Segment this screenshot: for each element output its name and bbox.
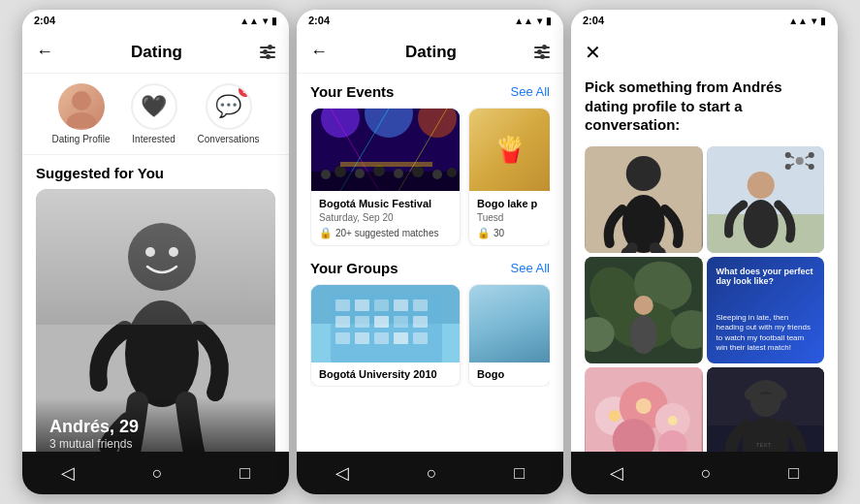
battery-icon: ▮ xyxy=(271,16,277,26)
page-title-1: Dating xyxy=(53,43,260,62)
svg-point-66 xyxy=(634,296,653,315)
profile-avatar-icon xyxy=(60,85,103,128)
group-2-name: Bogo xyxy=(477,368,542,380)
photo-question-cell[interactable]: What does your perfect day look like? Sl… xyxy=(707,257,825,363)
signal-icon-3: ▲▲ xyxy=(788,16,808,26)
time-2: 2:04 xyxy=(308,15,330,26)
bottom-nav-1: ◁ ○ □ xyxy=(22,452,289,494)
event-1-matches: 🔒 20+ suggested matches xyxy=(319,227,452,239)
svg-rect-31 xyxy=(394,299,408,311)
svg-rect-28 xyxy=(335,299,350,311)
suggested-section-title: Suggested for You xyxy=(22,155,289,189)
settings-icon-2[interactable] xyxy=(534,47,550,58)
photo-cell-6[interactable]: TEXT xyxy=(707,367,825,453)
svg-point-1 xyxy=(67,112,96,128)
event-card-1[interactable]: Bogotá Music Festival Saturday, Sep 20 🔒… xyxy=(310,108,461,246)
event-2-body: Bogo lake p Tuesd 🔒 30 xyxy=(469,191,550,245)
photo-person-dark-svg: TEXT xyxy=(707,367,825,453)
dating-profile-label: Dating Profile xyxy=(52,134,111,144)
building-svg-1 xyxy=(311,285,461,362)
recents-nav-button-1[interactable]: □ xyxy=(239,463,250,484)
close-button[interactable]: ✕ xyxy=(585,41,601,64)
slider-line-1 xyxy=(260,47,275,48)
back-nav-button-3[interactable]: ◁ xyxy=(610,462,623,484)
bottom-nav-3: ◁ ○ □ xyxy=(571,452,838,494)
conversations-label: Conversations xyxy=(198,134,260,144)
conversations-button[interactable]: 💬 3 Conversations xyxy=(198,83,260,144)
svg-text:TEXT: TEXT xyxy=(755,442,771,448)
svg-rect-29 xyxy=(355,299,369,311)
see-all-groups-button[interactable]: See All xyxy=(511,261,550,275)
time-3: 2:04 xyxy=(583,15,604,26)
phone-1: 2:04 ▲▲ ▾ ▮ ← Dating Dating Profile 🖤 xyxy=(22,10,289,494)
slider-line-2-3 xyxy=(534,56,550,58)
svg-rect-7 xyxy=(36,189,275,325)
events-section: Your Events See All xyxy=(297,74,563,252)
group-image-1 xyxy=(311,285,460,362)
signal-icon: ▲▲ xyxy=(239,16,259,26)
back-nav-button-2[interactable]: ◁ xyxy=(335,462,349,484)
group-card-1[interactable]: Bogotá University 2010 xyxy=(310,284,461,387)
battery-icon-3: ▮ xyxy=(820,16,826,26)
profile-card-info: Andrés, 29 3 mutual friends xyxy=(36,397,275,452)
quick-nav-row: Dating Profile 🖤 Interested 💬 3 Conversa… xyxy=(22,74,289,155)
svg-rect-36 xyxy=(394,316,408,328)
groups-section: Your Groups See All xyxy=(297,252,563,394)
chat-bubble-icon: 💬 xyxy=(215,94,241,119)
svg-point-75 xyxy=(609,410,621,422)
see-all-events-button[interactable]: See All xyxy=(511,84,550,99)
svg-rect-33 xyxy=(335,316,350,328)
dating-profile-button[interactable]: Dating Profile xyxy=(52,83,111,144)
home-nav-button-3[interactable]: ○ xyxy=(701,463,712,484)
event-1-body: Bogotá Music Festival Saturday, Sep 20 🔒… xyxy=(311,191,460,245)
photo-cell-1[interactable] xyxy=(585,146,703,253)
group-2-body: Bogo xyxy=(469,362,550,386)
profile-mutual: 3 mutual friends xyxy=(49,437,262,451)
event-card-2[interactable]: 🍟 Bogo lake p Tuesd 🔒 30 xyxy=(468,108,550,246)
event-cards-row: Bogotá Music Festival Saturday, Sep 20 🔒… xyxy=(310,108,550,246)
question-text: What does your perfect day look like? xyxy=(717,267,815,286)
lock-icon-2: 🔒 xyxy=(477,227,491,239)
svg-point-74 xyxy=(636,398,652,414)
nav-bar-1: ← Dating xyxy=(22,31,289,74)
interested-button[interactable]: 🖤 Interested xyxy=(131,83,177,144)
back-button-1[interactable]: ← xyxy=(36,42,53,62)
profile-pic-circle xyxy=(58,83,105,130)
recents-nav-button-3[interactable]: □ xyxy=(788,463,799,484)
svg-point-16 xyxy=(321,170,331,179)
time-1: 2:04 xyxy=(34,15,55,26)
chat-circle: 💬 3 xyxy=(206,83,252,130)
nav-bar-2: ← Dating xyxy=(297,31,563,74)
group-card-2[interactable]: Bogo xyxy=(468,284,550,387)
groups-title: Your Groups xyxy=(310,260,398,276)
event-2-date: Tuesd xyxy=(477,212,542,223)
profile-card[interactable]: Andrés, 29 3 mutual friends xyxy=(36,189,275,452)
concert-image-svg xyxy=(311,109,460,191)
event-image-concert xyxy=(311,109,460,191)
pick-conversation-text: Pick something from Andrés dating profil… xyxy=(571,74,838,146)
svg-rect-24 xyxy=(340,162,432,167)
svg-point-76 xyxy=(668,416,678,425)
wifi-icon-2: ▾ xyxy=(537,16,542,26)
close-bar: ✕ xyxy=(571,31,838,74)
event-1-matches-text: 20+ suggested matches xyxy=(335,228,438,238)
event-2-matches: 🔒 30 xyxy=(477,227,542,239)
photo-flowers-svg xyxy=(585,367,703,453)
back-button-2[interactable]: ← xyxy=(310,42,328,62)
svg-rect-32 xyxy=(413,299,428,311)
svg-point-49 xyxy=(747,172,774,199)
photo-cell-2[interactable] xyxy=(707,146,825,253)
event-2-name: Bogo lake p xyxy=(477,197,542,210)
home-nav-button-2[interactable]: ○ xyxy=(427,463,437,484)
photo-cell-5[interactable] xyxy=(585,367,703,453)
svg-point-20 xyxy=(394,169,403,178)
settings-icon-1[interactable] xyxy=(260,47,275,58)
page-title-2: Dating xyxy=(328,43,534,62)
status-bar-1: 2:04 ▲▲ ▾ ▮ xyxy=(22,10,289,31)
photo-cell-3[interactable] xyxy=(585,257,703,363)
recents-nav-button-2[interactable]: □ xyxy=(514,463,525,484)
slider-line-3 xyxy=(260,56,275,58)
home-nav-button-1[interactable]: ○ xyxy=(152,463,163,484)
heart-circle: 🖤 xyxy=(131,83,177,130)
back-nav-button-1[interactable]: ◁ xyxy=(61,462,75,484)
